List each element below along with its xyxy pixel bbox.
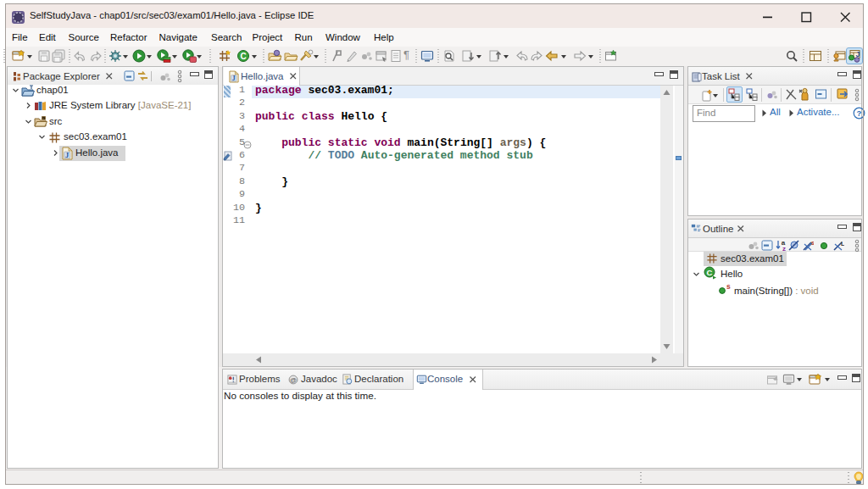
svg-text:@: @ <box>290 376 297 384</box>
svg-text:C: C <box>240 52 246 61</box>
svg-text:z: z <box>782 245 786 252</box>
svg-text:s: s <box>811 240 814 246</box>
svg-text:J: J <box>65 151 70 159</box>
svg-text:C: C <box>707 268 713 277</box>
svg-text:?: ? <box>857 108 862 118</box>
svg-text:L: L <box>841 241 844 247</box>
svg-text:J: J <box>232 75 236 82</box>
